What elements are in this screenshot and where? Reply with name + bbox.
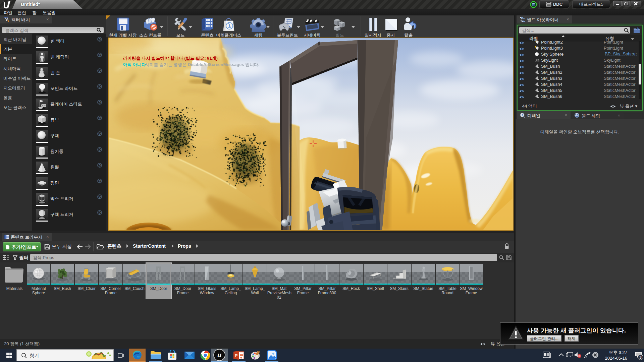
svg-text:P: P xyxy=(235,353,238,358)
svg-text:i: i xyxy=(522,113,523,117)
svg-text:아직 아니다: 아직 아니다 xyxy=(123,62,146,67)
svg-text:라이팅을 다시 빌드해야 합니다 (빌드 필요: 91개): 라이팅을 다시 빌드해야 합니다 (빌드 필요: 91개) xyxy=(123,56,218,61)
svg-text:시지를 숨기는 명령은 DisableAllScreenMe: 시지를 숨기는 명령은 DisableAllScreenMessages 입니다… xyxy=(145,62,260,67)
svg-text:u: u xyxy=(217,351,221,359)
